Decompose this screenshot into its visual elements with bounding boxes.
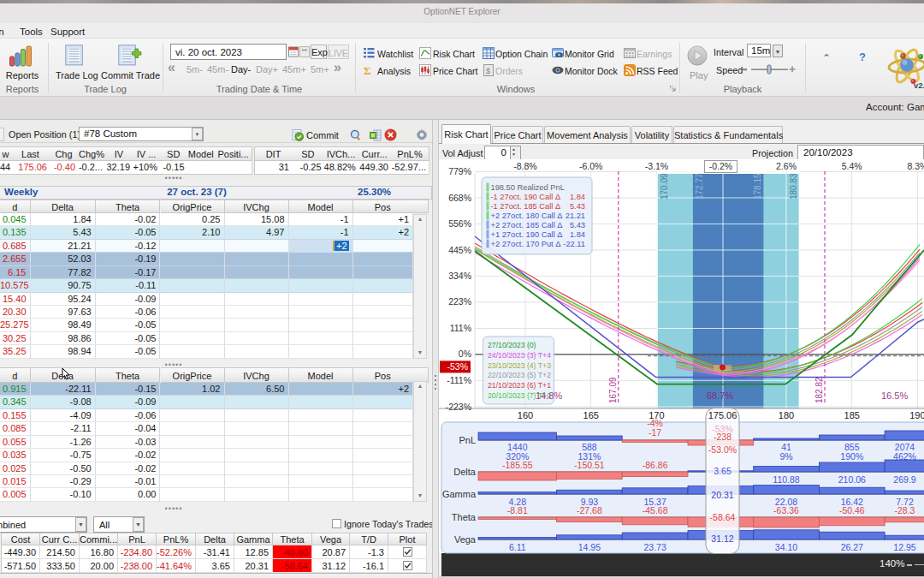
svg-text:223%: 223% — [448, 296, 471, 307]
svg-text:110.88: 110.88 — [773, 474, 799, 485]
svg-text:198.50 Realized PnL: 198.50 Realized PnL — [491, 183, 565, 192]
svg-text:+2 27oct. 185 Call Δ: +2 27oct. 185 Call Δ — [491, 221, 563, 229]
svg-text:2.6%: 2.6% — [776, 161, 797, 171]
svg-text:-58.64: -58.64 — [710, 512, 736, 522]
svg-text:22/10/2023 (5) T+2: 22/10/2023 (5) T+2 — [488, 371, 551, 379]
svg-text:-8.81: -8.81 — [507, 505, 528, 515]
svg-text:556%: 556% — [448, 218, 471, 229]
svg-text:5.43: 5.43 — [570, 221, 585, 229]
svg-text:160: 160 — [518, 410, 533, 420]
svg-text:178.15: 178.15 — [753, 173, 762, 200]
svg-text:v2.: v2. — [914, 80, 924, 90]
svg-text:PnL: PnL — [459, 435, 476, 445]
svg-text:170.09: 170.09 — [660, 173, 669, 200]
svg-text:190: 190 — [909, 410, 924, 420]
svg-text:111%: 111% — [450, 323, 471, 333]
svg-text:Vega: Vega — [454, 534, 477, 545]
svg-text:27/10/2023 (0): 27/10/2023 (0) — [488, 341, 536, 349]
svg-text:-0.2%: -0.2% — [709, 161, 732, 171]
svg-text:16.5%: 16.5% — [881, 390, 908, 401]
svg-text:-53%: -53% — [447, 361, 468, 372]
svg-text:-45.68: -45.68 — [643, 505, 668, 515]
svg-text:-1 27oct. 190 Call Δ: -1 27oct. 190 Call Δ — [491, 193, 561, 201]
svg-text:24/10/2023 (3) T+4: 24/10/2023 (3) T+4 — [488, 351, 551, 360]
svg-text:Gamma: Gamma — [442, 489, 477, 499]
svg-text:Delta: Delta — [453, 467, 477, 477]
svg-text:-1 27oct. 185 Call Δ: -1 27oct. 185 Call Δ — [491, 202, 561, 211]
svg-text:3.65: 3.65 — [714, 466, 732, 476]
svg-text:-50.46: -50.46 — [839, 505, 865, 515]
svg-text:Theta: Theta — [452, 512, 477, 522]
svg-text:$: $ — [486, 67, 490, 75]
svg-text:182.82: 182.82 — [814, 377, 824, 403]
svg-text:1.84: 1.84 — [570, 193, 585, 201]
svg-text:Σ: Σ — [364, 64, 371, 76]
svg-text:-28.3: -28.3 — [895, 505, 915, 515]
svg-text:5.43: 5.43 — [570, 202, 585, 211]
svg-text:34.10: 34.10 — [775, 542, 797, 552]
svg-text:175.06: 175.06 — [708, 410, 737, 420]
svg-text:9%: 9% — [779, 451, 792, 462]
svg-text:-3.1%: -3.1% — [645, 161, 668, 171]
svg-text:167.09: 167.09 — [608, 377, 618, 403]
svg-text:-86.86: -86.86 — [643, 460, 668, 470]
svg-text:779%: 779% — [448, 166, 471, 176]
svg-text:172.77: 172.77 — [695, 173, 704, 200]
svg-text:23/10/2023 (4) T+3: 23/10/2023 (4) T+3 — [488, 361, 551, 370]
svg-text:-8.8%: -8.8% — [513, 161, 536, 171]
svg-text:-150.51: -150.51 — [574, 460, 605, 470]
svg-text:68.7%: 68.7% — [707, 390, 733, 401]
svg-text:21.21: 21.21 — [566, 212, 585, 220]
svg-text:334%: 334% — [448, 271, 471, 281]
svg-text:668%: 668% — [448, 193, 471, 203]
svg-text:-223%: -223% — [446, 402, 471, 412]
svg-text:-185.55: -185.55 — [502, 460, 533, 470]
svg-text:14.95: 14.95 — [578, 542, 601, 552]
svg-text:-53.0%: -53.0% — [708, 444, 737, 455]
svg-text:-111%: -111% — [447, 375, 471, 385]
svg-text:12.95: 12.95 — [893, 542, 915, 552]
svg-text:-238: -238 — [714, 432, 732, 442]
svg-text:-63.36: -63.36 — [773, 505, 799, 515]
svg-text:180: 180 — [779, 410, 794, 420]
svg-text:+2 27oct. 170 Put Δ: +2 27oct. 170 Put Δ — [491, 240, 561, 248]
svg-text:21/10/2023 (6) T+1: 21/10/2023 (6) T+1 — [488, 381, 551, 390]
svg-text:+2 27oct. 180 Call Δ: +2 27oct. 180 Call Δ — [491, 212, 563, 220]
svg-text:-17: -17 — [649, 427, 661, 438]
svg-text:+1 27oct. 190 Call Δ: +1 27oct. 190 Call Δ — [491, 230, 563, 239]
svg-text:165: 165 — [583, 410, 599, 420]
svg-text:8.3%: 8.3% — [907, 161, 924, 171]
svg-text:185: 185 — [844, 410, 860, 420]
svg-text:14.8%: 14.8% — [536, 390, 562, 401]
svg-text:31.12: 31.12 — [711, 533, 733, 544]
svg-text:190%: 190% — [840, 451, 863, 462]
svg-text:26.27: 26.27 — [841, 542, 863, 552]
svg-text:-6.0%: -6.0% — [579, 161, 602, 171]
svg-text:1.84: 1.84 — [570, 230, 585, 239]
svg-text:445%: 445% — [448, 245, 471, 255]
svg-text:23.73: 23.73 — [643, 542, 666, 552]
svg-text:269.9: 269.9 — [893, 474, 915, 485]
svg-text:0%: 0% — [459, 349, 471, 359]
svg-text:210.06: 210.06 — [838, 474, 866, 485]
svg-text:-27.68: -27.68 — [577, 505, 602, 515]
svg-text:180.83: 180.83 — [789, 173, 798, 200]
svg-text:-22.11: -22.11 — [563, 240, 585, 248]
svg-text:20.31: 20.31 — [711, 490, 733, 500]
svg-text:5.4%: 5.4% — [842, 161, 862, 171]
svg-text:6.11: 6.11 — [509, 542, 526, 552]
